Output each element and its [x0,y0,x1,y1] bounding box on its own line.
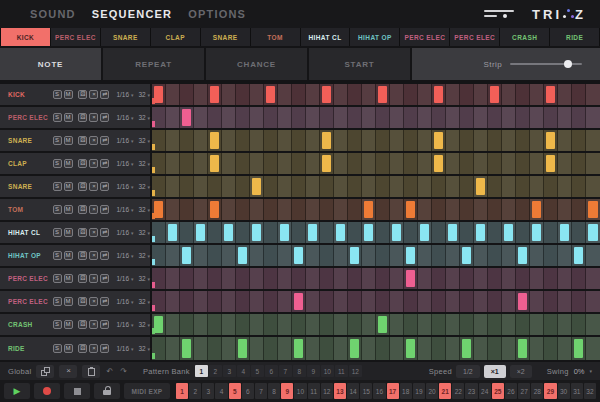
play-button[interactable]: ▶ [4,383,30,399]
menu-options[interactable]: OPTIONS [188,8,246,20]
shuffle-icon[interactable]: ⇄ [100,90,109,99]
step-cell[interactable] [390,337,404,360]
step-cell[interactable] [460,291,474,312]
step-cell[interactable] [348,314,362,335]
step-cell[interactable] [432,268,446,289]
step-cell[interactable] [180,176,194,197]
step-cell[interactable] [572,130,586,151]
step-button-8[interactable]: 8 [268,383,280,399]
step-cell[interactable] [418,245,432,266]
step-cell[interactable] [362,268,376,289]
shuffle-icon[interactable]: ⇄ [100,182,109,191]
step-cell[interactable] [180,107,194,128]
step-cell[interactable] [586,337,600,360]
track-tab-ride[interactable]: RIDE [550,28,599,46]
step-cell[interactable] [166,84,180,105]
step-cell[interactable] [488,153,502,174]
step-cell[interactable] [502,153,516,174]
mute-button[interactable]: M [64,90,73,99]
track-tab-perc-elec[interactable]: PERC ELEC [450,28,499,46]
step-cell[interactable] [418,222,432,243]
length-select[interactable]: 32 ▾ [138,252,150,259]
step-button-1[interactable]: 1 [176,383,188,399]
rate-select[interactable]: 1/16 ▾ [116,206,133,213]
step-cell[interactable] [320,245,334,266]
step-cell[interactable] [502,222,516,243]
dice-icon[interactable]: ⚄ [78,251,87,260]
step-cell[interactable] [166,245,180,266]
step-cell[interactable] [362,153,376,174]
step-cell[interactable] [278,291,292,312]
swing-stepper-icon[interactable]: ▾ [589,368,592,374]
rate-select[interactable]: 1/16 ▾ [116,183,133,190]
track-tab-kick[interactable]: KICK [1,28,50,46]
step-button-19[interactable]: 19 [413,383,425,399]
step-cell[interactable] [586,268,600,289]
step-button-11[interactable]: 11 [308,383,320,399]
step-cell[interactable] [488,291,502,312]
step-cell[interactable] [264,176,278,197]
step-cell[interactable] [166,176,180,197]
shuffle-icon[interactable]: ⇄ [100,228,109,237]
step-cell[interactable] [320,84,334,105]
pattern-bank-3[interactable]: 3 [223,365,236,377]
step-cell[interactable] [516,84,530,105]
step-cell[interactable] [460,314,474,335]
step-cell[interactable] [180,337,194,360]
solo-button[interactable]: S [53,344,62,353]
step-cell[interactable] [530,199,544,220]
step-cell[interactable] [474,130,488,151]
shuffle-icon[interactable]: ⇄ [100,297,109,306]
clear-icon[interactable]: × [89,113,98,122]
shuffle-icon[interactable]: ⇄ [100,274,109,283]
step-cell[interactable] [460,268,474,289]
step-cell[interactable] [320,153,334,174]
step-cell[interactable] [194,107,208,128]
step-cell[interactable] [292,199,306,220]
step-cell[interactable] [460,245,474,266]
redo-icon[interactable]: ↷ [120,367,127,376]
step-cell[interactable] [208,291,222,312]
step-cell[interactable] [432,222,446,243]
length-select[interactable]: 32 ▾ [138,206,150,213]
step-cell[interactable] [586,84,600,105]
step-cell[interactable] [530,176,544,197]
step-cell[interactable] [194,130,208,151]
step-cell[interactable] [572,84,586,105]
step-cell[interactable] [306,153,320,174]
mute-button[interactable]: M [64,159,73,168]
step-cell[interactable] [544,130,558,151]
track-tab-hihat-op[interactable]: HIHAT OP [350,28,399,46]
step-cell[interactable] [194,245,208,266]
step-cell[interactable] [516,130,530,151]
step-cell[interactable] [236,222,250,243]
undo-icon[interactable]: ↶ [106,367,113,376]
step-cell[interactable] [502,314,516,335]
step-cell[interactable] [446,153,460,174]
step-cell[interactable] [446,176,460,197]
step-cell[interactable] [474,176,488,197]
step-cell[interactable] [264,107,278,128]
pattern-bank-1[interactable]: 1 [195,365,208,377]
step-cell[interactable] [474,245,488,266]
step-cell[interactable] [362,245,376,266]
step-cell[interactable] [208,130,222,151]
length-select[interactable]: 32 ▾ [138,298,150,305]
shuffle-icon[interactable]: ⇄ [100,344,109,353]
shuffle-icon[interactable]: ⇄ [100,205,109,214]
step-cell[interactable] [250,130,264,151]
step-cell[interactable] [362,222,376,243]
step-cell[interactable] [404,107,418,128]
step-cell[interactable] [222,130,236,151]
rate-select[interactable]: 1/16 ▾ [116,298,133,305]
step-cell[interactable] [362,291,376,312]
step-cell[interactable] [320,291,334,312]
step-cell[interactable] [376,176,390,197]
step-cell[interactable] [166,268,180,289]
step-cell[interactable] [278,199,292,220]
step-cell[interactable] [278,153,292,174]
step-cell[interactable] [152,153,166,174]
step-cell[interactable] [488,107,502,128]
step-cell[interactable] [586,291,600,312]
step-cell[interactable] [348,153,362,174]
